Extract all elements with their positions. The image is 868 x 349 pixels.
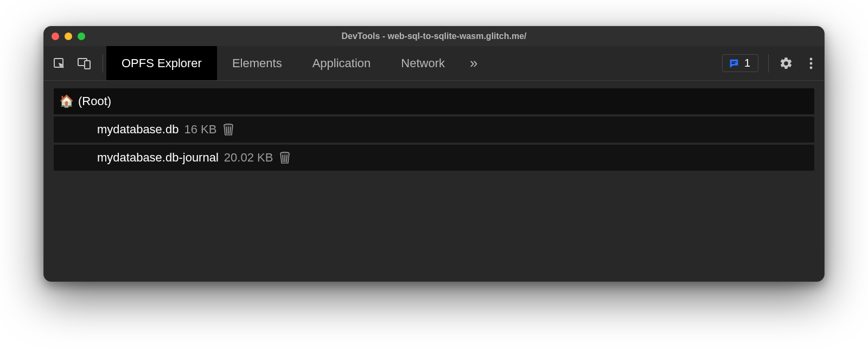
settings-button[interactable] xyxy=(778,56,794,71)
titlebar: DevTools - web-sql-to-sqlite-wasm.glitch… xyxy=(44,27,824,46)
tab-label: Network xyxy=(401,56,445,70)
toolbar-divider xyxy=(768,54,769,73)
root-label: (Root) xyxy=(78,94,111,108)
chevron-double-right-icon: » xyxy=(470,55,477,72)
svg-rect-4 xyxy=(731,63,735,64)
minimize-window-button[interactable] xyxy=(65,33,72,40)
file-size: 20.02 KB xyxy=(224,151,273,165)
devtools-window: DevTools - web-sql-to-sqlite-wasm.glitch… xyxy=(43,26,825,282)
delete-file-button[interactable] xyxy=(223,123,234,136)
inspect-element-icon[interactable] xyxy=(52,56,67,71)
tab-elements[interactable]: Elements xyxy=(217,46,297,80)
file-name: mydatabase.db xyxy=(97,122,178,137)
close-window-button[interactable] xyxy=(52,33,59,40)
svg-point-7 xyxy=(810,66,813,69)
tab-label: OPFS Explorer xyxy=(122,56,202,70)
svg-rect-3 xyxy=(731,61,736,62)
window-title: DevTools - web-sql-to-sqlite-wasm.glitch… xyxy=(44,31,824,41)
tree-file-row[interactable]: mydatabase.db 16 KB xyxy=(54,117,814,143)
trash-icon xyxy=(279,151,290,164)
tab-network[interactable]: Network xyxy=(386,46,460,80)
trash-icon xyxy=(223,123,234,136)
issues-badge[interactable]: 1 xyxy=(722,54,758,72)
svg-rect-2 xyxy=(85,61,90,69)
svg-point-6 xyxy=(810,62,813,64)
tab-label: Application xyxy=(312,56,371,70)
tab-overflow-button[interactable]: » xyxy=(460,46,487,80)
home-icon: 🏠 xyxy=(59,94,74,108)
vertical-dots-icon xyxy=(809,57,813,70)
traffic-lights xyxy=(52,33,85,40)
toolbar: OPFS Explorer Elements Application Netwo… xyxy=(44,46,824,81)
tree-file-row[interactable]: mydatabase.db-journal 20.02 KB xyxy=(54,145,814,171)
tabs: OPFS Explorer Elements Application Netwo… xyxy=(106,46,487,80)
toolbar-right: 1 xyxy=(722,54,819,73)
opfs-panel: 🏠 (Root) mydatabase.db 16 KB mydat xyxy=(44,81,824,281)
tab-application[interactable]: Application xyxy=(297,46,386,80)
tab-label: Elements xyxy=(232,56,282,70)
file-size: 16 KB xyxy=(184,122,216,137)
maximize-window-button[interactable] xyxy=(78,33,85,40)
tree-root-row[interactable]: 🏠 (Root) xyxy=(54,88,814,114)
chat-icon xyxy=(728,57,740,69)
more-menu-button[interactable] xyxy=(803,56,819,71)
tab-opfs-explorer[interactable]: OPFS Explorer xyxy=(106,46,217,80)
toolbar-left xyxy=(52,54,106,73)
issues-count: 1 xyxy=(744,57,750,69)
device-toolbar-icon[interactable] xyxy=(76,56,92,71)
toolbar-divider xyxy=(103,54,103,73)
svg-point-5 xyxy=(810,57,813,60)
delete-file-button[interactable] xyxy=(279,151,290,164)
file-name: mydatabase.db-journal xyxy=(97,151,219,165)
gear-icon xyxy=(779,56,793,70)
